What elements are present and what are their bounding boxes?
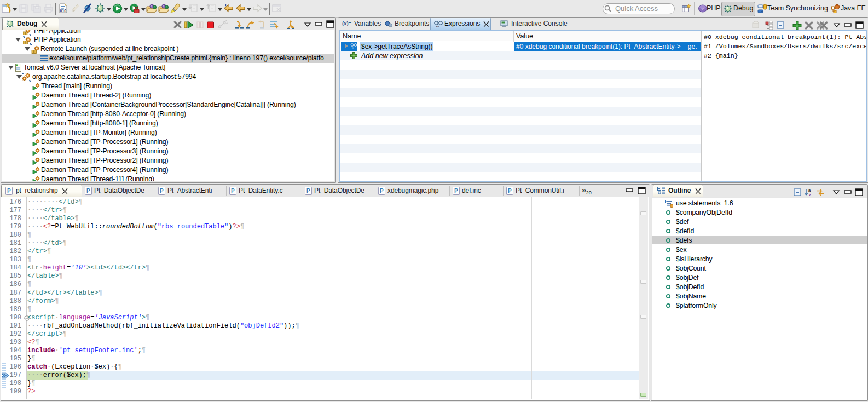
svg-text:z: z [809,192,811,197]
svg-text:P: P [86,188,90,194]
svg-text:010: 010 [60,9,67,13]
svg-text:P: P [7,188,11,194]
svg-text:P: P [380,188,384,194]
svg-text:P: P [231,188,235,194]
svg-text:?: ? [702,7,704,11]
svg-text:P: P [508,188,512,194]
svg-text:P: P [160,188,164,194]
svg-text:x=: x= [436,25,439,28]
svg-text:P: P [306,188,310,194]
svg-text:P: P [454,188,458,194]
